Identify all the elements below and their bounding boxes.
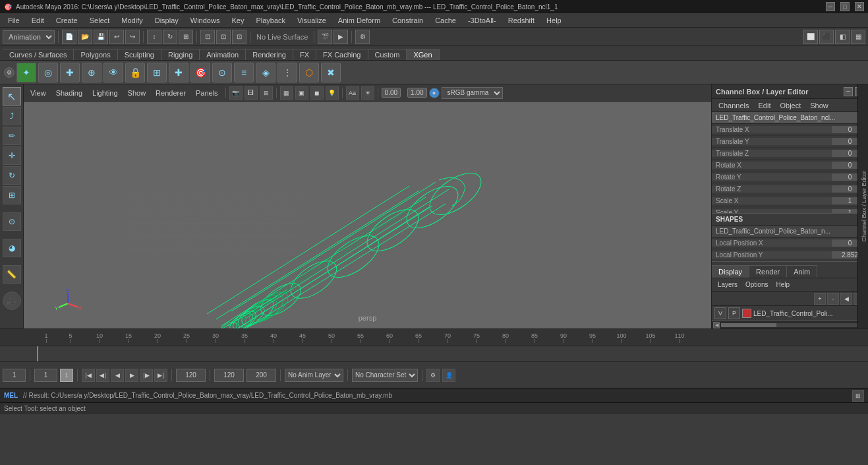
shelf-icon-6[interactable]: 🔒	[125, 63, 145, 82]
close-button[interactable]: ✕	[855, 2, 864, 11]
step-back-btn[interactable]: ◀|	[96, 369, 109, 382]
select-tool-btn[interactable]: ↖	[3, 87, 21, 106]
shelf-icon-7[interactable]: ⊞	[147, 63, 167, 82]
anim-end-field[interactable]	[214, 369, 244, 382]
shelf-icon-2[interactable]: ◎	[38, 63, 58, 82]
shelf-icon-1[interactable]: ✦	[16, 63, 36, 82]
rotate-tool-btn[interactable]: ↻	[3, 166, 21, 185]
display-tab-render[interactable]: Render	[749, 265, 787, 278]
anim-total-field[interactable]	[246, 369, 276, 382]
measure-btn[interactable]: 📏	[3, 265, 21, 284]
menu-select[interactable]: Select	[84, 15, 115, 26]
go-start-btn[interactable]: |◀	[82, 369, 95, 382]
vp-camera-btn[interactable]: 📷	[229, 86, 243, 100]
vp-menu-panels[interactable]: Panels	[192, 88, 222, 98]
frame-end-field[interactable]	[176, 369, 206, 382]
shelf-icon-8[interactable]: ✚	[169, 63, 188, 82]
move-tool-btn[interactable]: ✛	[3, 146, 21, 165]
timeline-track[interactable]	[0, 346, 868, 361]
menu-anim-deform[interactable]: Anim Deform	[333, 15, 386, 26]
play-back-btn[interactable]: ◀	[111, 369, 124, 382]
menu-cache[interactable]: Cache	[430, 15, 461, 26]
play-forward-btn[interactable]: ▶	[125, 369, 138, 382]
vp-flat-btn[interactable]: ◼	[310, 86, 324, 100]
save-btn[interactable]: 💾	[94, 30, 108, 44]
le-icon-add[interactable]: +	[814, 293, 826, 305]
le-menu-layers[interactable]: Layers	[714, 280, 741, 289]
frame-start-field[interactable]	[34, 369, 57, 382]
current-frame-field[interactable]	[3, 369, 26, 382]
shelf-tab-rendering[interactable]: Rendering	[246, 49, 293, 60]
show-manip-btn[interactable]: ⊙	[3, 212, 21, 231]
shelf-settings-btn[interactable]: ⚙	[4, 67, 14, 78]
menu-3dtoall[interactable]: -3DtoAll-	[463, 15, 502, 26]
menu-constrain[interactable]: Constrain	[387, 15, 428, 26]
cb-menu-object[interactable]: Object	[776, 100, 805, 111]
maximize-button[interactable]: □	[840, 2, 850, 11]
shelf-tab-sculpting[interactable]: Sculpting	[118, 49, 161, 60]
gamma-select[interactable]: sRGB gamma	[442, 87, 503, 99]
le-menu-help[interactable]: Help	[772, 280, 793, 289]
go-end-btn[interactable]: ▶|	[154, 369, 167, 382]
layer-scroll[interactable]: ◀ ▶	[712, 321, 868, 328]
shelf-icon-3[interactable]: ✚	[60, 63, 80, 82]
vp-menu-view[interactable]: View	[26, 88, 50, 98]
vp-xray-btn[interactable]: ☀	[361, 86, 374, 100]
render-btn[interactable]: ▶	[333, 30, 348, 44]
lasso-tool-btn[interactable]: ⤴	[3, 107, 21, 125]
menu-modify[interactable]: Modify	[116, 15, 148, 26]
shelf-tab-fxcaching[interactable]: FX Caching	[316, 49, 368, 60]
snap2-btn[interactable]: ⊡	[216, 30, 231, 44]
render-view-btn[interactable]: 🎬	[318, 30, 332, 44]
menu-edit[interactable]: Edit	[26, 15, 49, 26]
vp-light-btn[interactable]: 💡	[326, 86, 339, 100]
menu-help[interactable]: Help	[541, 15, 567, 26]
shelf-tab-custom[interactable]: Custom	[368, 49, 407, 60]
gamma-color-btn[interactable]: ●	[429, 88, 440, 98]
shelf-icon-12[interactable]: ◈	[256, 63, 275, 82]
minimize-button[interactable]: ─	[826, 2, 835, 11]
shelf-icon-11[interactable]: ≡	[234, 63, 254, 82]
shelf-icon-9[interactable]: 🎯	[190, 63, 210, 82]
vp-film-btn[interactable]: 🎞	[245, 86, 258, 100]
le-menu-options[interactable]: Options	[742, 280, 771, 289]
shelf-tab-polygons[interactable]: Polygons	[74, 49, 117, 60]
le-icon-left[interactable]: ◀	[840, 293, 852, 305]
menu-windows[interactable]: Windows	[185, 15, 225, 26]
char-btn[interactable]: 👤	[442, 369, 455, 382]
menu-display[interactable]: Display	[150, 15, 184, 26]
shelf-icon-13[interactable]: ⋮	[277, 63, 297, 82]
scale-btn[interactable]: ⊞	[179, 30, 193, 44]
shelf-icon-14[interactable]: ⬡	[299, 63, 319, 82]
cb-menu-channels[interactable]: Channels	[714, 100, 753, 111]
layout-btn1[interactable]: ⬜	[803, 30, 818, 44]
scroll-track[interactable]	[721, 323, 859, 327]
rotate-btn[interactable]: ↻	[163, 30, 177, 44]
cb-menu-show[interactable]: Show	[806, 100, 832, 111]
cb-menu-edit[interactable]: Edit	[754, 100, 774, 111]
new-scene-btn[interactable]: 📄	[62, 30, 76, 44]
menu-file[interactable]: File	[3, 15, 25, 26]
anim-layer-select[interactable]: No Anim Layer	[285, 369, 343, 382]
vp-menu-show[interactable]: Show	[124, 88, 150, 98]
shelf-icon-5[interactable]: 👁	[103, 63, 123, 82]
vp-grid-btn[interactable]: ⊞	[260, 86, 273, 100]
scale-tool-btn[interactable]: ⊞	[3, 186, 21, 204]
status-settings-btn[interactable]: ⊞	[852, 390, 864, 402]
layer-p-btn[interactable]: P	[728, 307, 740, 319]
redo-btn[interactable]: ↪	[125, 30, 140, 44]
shelf-tab-fx[interactable]: FX	[293, 49, 316, 60]
paint-select-btn[interactable]: ✏	[3, 127, 21, 145]
character-set-select[interactable]: No Character Set	[352, 369, 418, 382]
layer-v-btn[interactable]: V	[714, 307, 726, 319]
soft-select-btn[interactable]: ◕	[3, 239, 21, 257]
camera-btn[interactable]: 🎥	[3, 292, 21, 310]
vp-aa-btn[interactable]: Aa	[346, 86, 359, 100]
snap-btn[interactable]: ⊡	[200, 30, 215, 44]
layout-btn4[interactable]: ▦	[851, 30, 865, 44]
move-btn[interactable]: ↕	[147, 30, 161, 44]
shelf-icon-4[interactable]: ⊕	[82, 63, 101, 82]
vp-smooth-btn[interactable]: ▣	[295, 86, 308, 100]
vp-menu-lighting[interactable]: Lighting	[88, 88, 122, 98]
layout-btn2[interactable]: ⬛	[819, 30, 834, 44]
